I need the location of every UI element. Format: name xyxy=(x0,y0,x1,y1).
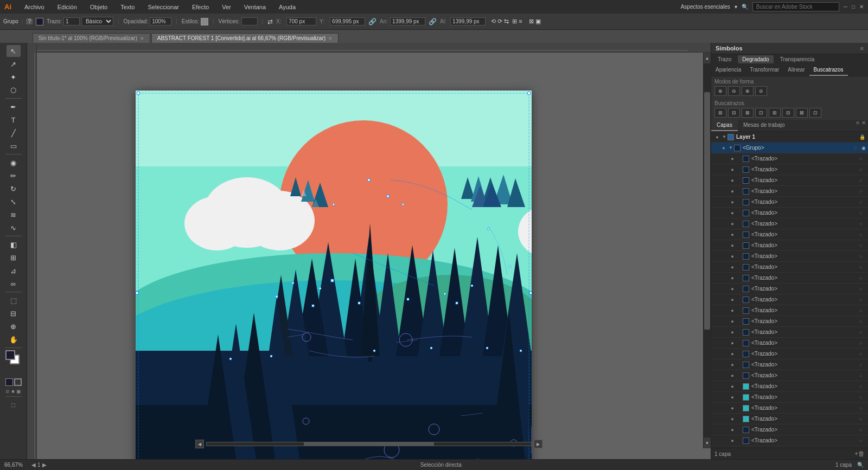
wand-tool[interactable]: ✦ xyxy=(7,71,21,83)
menu-objeto[interactable]: Objeto xyxy=(88,3,110,11)
layer-sub-item[interactable]: ● <Trazado> ○ xyxy=(711,316,868,327)
menu-ayuda[interactable]: Ayuda xyxy=(277,3,298,11)
menu-seleccionar[interactable]: Seleccionar xyxy=(145,3,181,11)
blend-tool[interactable]: ∞ xyxy=(7,278,21,289)
color-swatch-area[interactable] xyxy=(5,350,22,366)
prop-tab-apariencia[interactable]: Apariencia xyxy=(711,65,745,76)
menu-archivo[interactable]: Archivo xyxy=(22,3,47,11)
artboard-tool[interactable]: ⬚ xyxy=(7,294,21,306)
width-tool[interactable]: ≋ xyxy=(7,209,21,221)
delete-layer-btn[interactable]: 🗑 xyxy=(858,450,865,458)
prop-tab-buscatrazos[interactable]: Buscatrazos xyxy=(809,65,848,76)
scroll-down-btn[interactable]: ▼ xyxy=(704,437,711,448)
menu-ver[interactable]: Ver xyxy=(220,3,233,11)
search-status-btn[interactable]: 🔍 xyxy=(857,462,864,468)
rotate-tool[interactable]: ↻ xyxy=(7,183,21,195)
layers-tab-mesas[interactable]: Mesas de trabajo xyxy=(738,120,790,131)
layer-sub-item[interactable]: ● <Trazado> ○ xyxy=(711,153,868,164)
slice-tool[interactable]: ⊟ xyxy=(7,307,21,319)
eyedropper-tool[interactable]: ⊿ xyxy=(7,265,21,276)
panel-options-icon[interactable]: ≡ xyxy=(860,45,864,51)
pf-divide[interactable]: ⊞ xyxy=(769,108,781,118)
layer-lock-icon[interactable]: 🔒 xyxy=(859,134,866,140)
al-input[interactable] xyxy=(450,17,486,25)
layer-group-item[interactable]: ● ▼ <Grupo> ○ ◉ xyxy=(711,143,868,153)
hand-tool[interactable]: ✋ xyxy=(7,333,21,345)
shape-mode-exclude[interactable]: ⊘ xyxy=(755,86,767,96)
direct-select-tool[interactable]: ↗ xyxy=(7,58,21,70)
layer-target-icon[interactable]: ◉ xyxy=(861,145,866,151)
scale-tool[interactable]: ⤡ xyxy=(7,196,21,208)
scroll-right-btn[interactable]: ▶ xyxy=(534,440,542,448)
fill-swatch[interactable] xyxy=(5,378,13,386)
pf-merge[interactable]: ⊠ xyxy=(796,108,808,118)
shape-mode-intersect[interactable]: ⊗ xyxy=(742,86,754,96)
add-layer-btn[interactable]: + xyxy=(854,450,858,458)
opacity-input[interactable] xyxy=(150,17,171,25)
layer-group-expand[interactable]: ▼ xyxy=(729,145,734,150)
layer-sub-item[interactable]: ● <Trazado> ○ xyxy=(711,370,868,381)
layers-tab-capas[interactable]: Capas xyxy=(711,120,738,131)
menu-efecto[interactable]: Efecto xyxy=(190,3,211,11)
zoom-tool[interactable]: ⊕ xyxy=(7,320,21,332)
foreground-color[interactable] xyxy=(5,350,15,360)
panel-icons[interactable]: ⊠ ▣ xyxy=(529,18,541,25)
layer-sub-item[interactable]: ● <Trazado> ○ xyxy=(711,294,868,305)
sub-tab-trazo[interactable]: Trazo xyxy=(713,55,736,63)
layer-group-visibility[interactable]: ● xyxy=(720,144,727,152)
menu-texto[interactable]: Texto xyxy=(118,3,137,11)
brush-tool[interactable]: ◉ xyxy=(7,157,21,169)
type-tool[interactable]: T xyxy=(7,114,21,126)
scrollbar-v[interactable]: ▼ ▲ xyxy=(703,53,711,448)
artboard-btn[interactable]: ⬚ xyxy=(7,399,21,411)
trazo-input[interactable] xyxy=(63,17,80,25)
pen-tool[interactable]: ✒ xyxy=(7,101,21,113)
layer-group-lock[interactable]: ○ xyxy=(854,145,860,151)
layers-panel-close[interactable]: ✕ xyxy=(861,120,866,131)
layer-sub-item[interactable]: ● <Trazado> ○ xyxy=(711,164,868,175)
layer-root-item[interactable]: ● ▼ Layer 1 🔒 xyxy=(711,132,868,143)
layer-sub-item[interactable]: ● <Trazado> ○ xyxy=(711,197,868,208)
stroke-color-box[interactable] xyxy=(36,18,43,25)
layer-sub-item[interactable]: ● <Trazado> ○ xyxy=(711,218,868,229)
tab-untitled[interactable]: Sin título-1* al 100% (RGB/Previsualizar… xyxy=(33,33,150,43)
layer-sub-item[interactable]: ● <Trazado> ○ xyxy=(711,175,868,186)
estilos-swatch[interactable] xyxy=(201,18,208,25)
shape-tool[interactable]: ▭ xyxy=(7,140,21,152)
prop-tab-transformar[interactable]: Transformar xyxy=(745,65,783,76)
search-stock-input[interactable] xyxy=(752,2,839,11)
transform-icon[interactable]: ⇄ xyxy=(267,18,273,25)
prop-tab-alinear[interactable]: Alinear xyxy=(783,65,809,76)
layer-sub-item[interactable]: ● <Trazado> ○ xyxy=(711,403,868,414)
mesh-tool[interactable]: ⊞ xyxy=(7,252,21,263)
link-proportions-icon2[interactable]: 🔗 xyxy=(429,18,437,25)
layer-sub-item[interactable]: ● <Trazado> ○ xyxy=(711,273,868,284)
workspace-label[interactable]: Aspectos esenciales xyxy=(681,4,730,10)
line-tool[interactable]: ╱ xyxy=(7,127,21,139)
link-proportions-icon[interactable]: 🔗 xyxy=(368,18,376,25)
gradient-mode[interactable]: ▣ xyxy=(16,389,21,394)
layer-sub-item[interactable]: ● <Trazado> ○ xyxy=(711,327,868,338)
layer-sub-item[interactable]: ● <Trazado> ○ xyxy=(711,284,868,294)
warp-tool[interactable]: ∿ xyxy=(7,222,21,234)
layer-sub-item[interactable]: ● <Trazado> ○ xyxy=(711,240,868,251)
lasso-tool[interactable]: ⬡ xyxy=(7,84,21,96)
close-btn[interactable]: ✕ xyxy=(859,4,864,10)
layer-sub-item[interactable]: ● <Trazado> ○ xyxy=(711,414,868,424)
layer-sub-item[interactable]: ● <Trazado> ○ xyxy=(711,208,868,218)
pencil-tool[interactable]: ✏ xyxy=(7,170,21,182)
layer-expand-icon[interactable]: ▼ xyxy=(722,134,727,139)
minimize-btn[interactable]: ─ xyxy=(844,4,847,10)
y-input[interactable] xyxy=(330,17,365,25)
shape-mode-unite[interactable]: ⊕ xyxy=(714,86,726,96)
gradient-tool[interactable]: ◧ xyxy=(7,239,21,250)
select-tool[interactable]: ↖ xyxy=(7,45,21,57)
none-mode[interactable]: ⊘ xyxy=(5,389,10,394)
scrollbar-h[interactable] xyxy=(206,442,532,446)
stroke-type-select[interactable]: Básico xyxy=(81,17,113,26)
pf-crop[interactable]: ⊡ xyxy=(809,108,821,118)
x-input[interactable] xyxy=(286,17,316,25)
pf-intersect[interactable]: ⊠ xyxy=(742,108,754,118)
layer-sub-item[interactable]: ● <Trazado> ○ xyxy=(711,229,868,240)
tab-close-untitled[interactable]: ✕ xyxy=(140,36,144,41)
